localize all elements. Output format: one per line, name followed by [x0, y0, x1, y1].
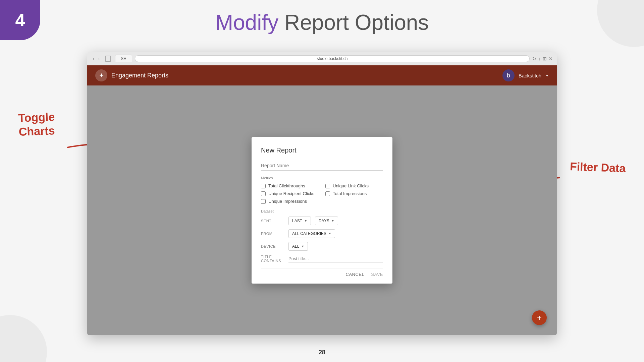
metrics-grid: Total Clickthroughs Unique Link Clicks U… [261, 183, 383, 204]
logo-icon: ✦ [95, 69, 107, 81]
app-title-text: Engagement Reports [111, 72, 168, 79]
from-label: FROM [261, 232, 284, 236]
close-icon[interactable]: ✕ [549, 56, 553, 61]
metric-unique-impressions[interactable]: Unique Impressions [261, 199, 319, 204]
title-contains-input[interactable] [288, 255, 383, 263]
app-logo: ✦ Engagement Reports [95, 69, 168, 81]
metric-total-impressions-checkbox[interactable] [325, 191, 330, 196]
share-icon[interactable]: ↑ [538, 56, 541, 61]
title-contains-label: TITLE CONTAINS [261, 255, 284, 263]
title-contains-row: TITLE CONTAINS [261, 255, 383, 263]
metrics-section: Metrics Total Clickthroughs Unique Link … [261, 176, 383, 204]
title-rest: Report Options [278, 10, 429, 35]
app-user[interactable]: b Backstitch ▼ [502, 69, 549, 81]
title-highlight: Modify [215, 10, 279, 35]
sent-period-select[interactable]: DAYS ▼ [315, 217, 338, 225]
report-name-field [261, 161, 383, 171]
browser-tab[interactable]: SH [115, 55, 132, 62]
filter-data-annotation: Filter Data [570, 160, 626, 175]
page-title: Modify Report Options [0, 10, 644, 35]
modal-title: New Report [261, 146, 383, 154]
dataset-label: Dataset [261, 209, 383, 213]
device-dropdown-icon: ▼ [301, 245, 304, 248]
metrics-label: Metrics [261, 176, 383, 180]
metric-unique-link-clicks[interactable]: Unique Link Clicks [325, 183, 383, 188]
user-name: Backstitch [519, 73, 541, 78]
device-select[interactable]: ALL ▼ [288, 242, 308, 251]
from-select[interactable]: ALL CATEGORIES ▼ [288, 229, 335, 238]
metric-unique-recipient-clicks-checkbox[interactable] [261, 191, 266, 196]
sent-period-dropdown-icon: ▼ [331, 219, 334, 223]
browser-tab-icon [105, 56, 111, 62]
metric-unique-link-clicks-checkbox[interactable] [325, 184, 330, 188]
sent-row: SENT LAST ▼ DAYS ▼ [261, 217, 383, 225]
browser-chrome: ‹ › SH studio.backstit.ch ↻ ↑ ⊞ ✕ [87, 52, 557, 65]
modal-overlay: New Report Metrics Total Clickthroughs [87, 85, 557, 335]
refresh-icon[interactable]: ↻ [532, 56, 536, 61]
sent-label: SENT [261, 219, 284, 223]
sent-value-select[interactable]: LAST ▼ [288, 217, 311, 225]
dataset-section: Dataset SENT LAST ▼ DAYS ▼ [261, 209, 383, 263]
page-number: 28 [319, 349, 325, 356]
toggle-charts-annotation: ToggleCharts [18, 110, 56, 138]
device-label: DEVICE [261, 244, 284, 248]
metric-total-clickthroughs[interactable]: Total Clickthroughs [261, 183, 319, 188]
from-row: FROM ALL CATEGORIES ▼ [261, 229, 383, 238]
browser-window: ‹ › SH studio.backstit.ch ↻ ↑ ⊞ ✕ ✦ Enga… [87, 52, 557, 335]
report-name-input[interactable] [261, 161, 383, 171]
browser-nav[interactable]: ‹ › [91, 55, 101, 62]
metric-total-impressions[interactable]: Total Impressions [325, 191, 383, 196]
from-dropdown-icon: ▼ [328, 232, 331, 235]
sent-dropdown-icon: ▼ [304, 219, 307, 223]
corner-decoration-bl [0, 295, 67, 362]
device-row: DEVICE ALL ▼ [261, 242, 383, 251]
metric-unique-recipient-clicks[interactable]: Unique Recipient Clicks [261, 191, 319, 196]
save-button[interactable]: SAVE [371, 272, 383, 277]
metric-total-clickthroughs-checkbox[interactable] [261, 184, 266, 188]
app-body: + New Report Metrics Total Clickthroughs [87, 85, 557, 335]
address-bar[interactable]: studio.backstit.ch [135, 55, 530, 62]
metric-unique-impressions-checkbox[interactable] [261, 199, 266, 204]
user-avatar: b [502, 69, 515, 81]
forward-button[interactable]: › [97, 55, 101, 62]
new-tab-icon[interactable]: ⊞ [543, 56, 547, 61]
browser-actions: ↻ ↑ ⊞ ✕ [532, 56, 553, 61]
modal-actions: CANCEL SAVE [261, 268, 383, 277]
new-report-modal: New Report Metrics Total Clickthroughs [252, 137, 392, 284]
cancel-button[interactable]: CANCEL [346, 272, 365, 277]
user-dropdown-icon[interactable]: ▼ [545, 74, 549, 77]
slide-number: 4 [0, 0, 40, 40]
app-header: ✦ Engagement Reports b Backstitch ▼ [87, 65, 557, 85]
back-button[interactable]: ‹ [91, 55, 96, 62]
